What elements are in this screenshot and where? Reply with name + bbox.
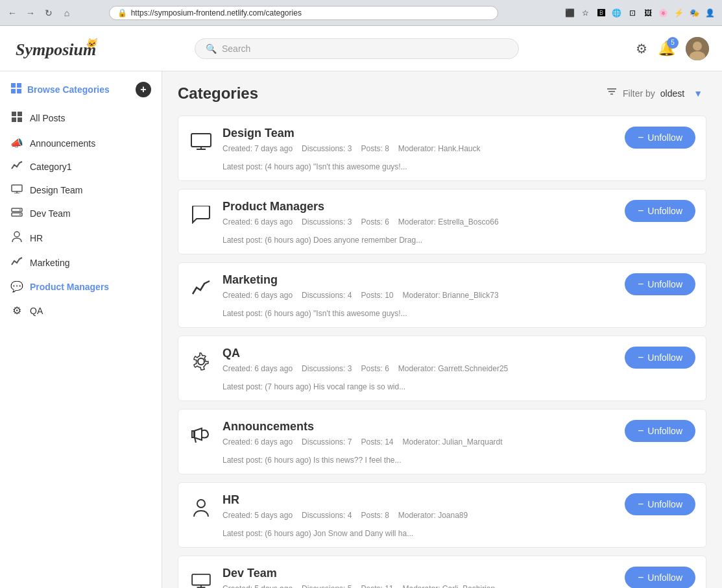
svg-rect-6 (17, 83, 21, 88)
notification-badge: 5 (667, 37, 679, 49)
sidebar-item-category1[interactable]: Category1 (0, 155, 162, 178)
avatar[interactable] (686, 37, 709, 60)
category-action: − Unfollow (625, 347, 695, 369)
settings-icon[interactable]: ⚙ (636, 41, 647, 56)
browser-icon3[interactable]: 🖼 (642, 6, 655, 19)
svg-rect-10 (18, 112, 22, 116)
browser-icon4[interactable]: 🌸 (657, 6, 670, 19)
sidebar-item-hr[interactable]: HR (0, 225, 162, 251)
sidebar-item-label: Product Managers (30, 282, 109, 292)
browser-icon6[interactable]: 🎭 (688, 6, 701, 19)
categories-container: Design Team Created: 7 days ago Discussi… (178, 116, 706, 588)
category-body: Dev Team Created: 5 days ago Discussions… (223, 567, 616, 588)
sidebar-item-all-posts[interactable]: All Posts (0, 105, 162, 131)
all-posts-icon (10, 111, 23, 125)
unfollow-button[interactable]: − Unfollow (625, 420, 695, 442)
category-name: Announcements (223, 420, 616, 434)
dev-team-icon (10, 208, 23, 219)
browser-icon2[interactable]: ⊡ (626, 6, 639, 19)
category-discussions: Discussions: 7 (302, 437, 352, 447)
address-bar[interactable]: 🔒 https://symposium-frontend.netlify.com… (109, 6, 498, 20)
sidebar-item-announcements[interactable]: 📣 Announcements (0, 131, 162, 155)
category-meta: Created: 6 days ago Discussions: 3 Posts… (223, 364, 616, 391)
category-card: QA Created: 6 days ago Discussions: 3 Po… (178, 336, 706, 401)
category-name: Dev Team (223, 567, 616, 580)
product-managers-icon: 💬 (10, 280, 23, 293)
category-meta: Created: 5 days ago Discussions: 5 Posts… (223, 584, 616, 588)
search-icon: 🔍 (206, 43, 217, 54)
category-moderator: Moderator: Joana89 (398, 511, 468, 520)
category-icon (189, 569, 213, 588)
category-created: Created: 5 days ago (223, 511, 293, 520)
filter-label-text: Filter by (623, 88, 655, 99)
minus-icon: − (638, 425, 644, 437)
marketing-icon (10, 257, 23, 269)
logo[interactable]: Symposium 🐱 (13, 34, 130, 63)
sidebar-item-marketing[interactable]: Marketing (0, 251, 162, 275)
sidebar-item-label: Announcements (30, 138, 95, 149)
monitor-icon (11, 184, 23, 193)
category-body: Marketing Created: 6 days ago Discussion… (223, 273, 616, 318)
minus-icon: − (638, 498, 644, 510)
sidebar-title-text: Browse Categories (27, 84, 110, 95)
category-card: Product Managers Created: 6 days ago Dis… (178, 189, 706, 254)
back-button[interactable]: ← (5, 6, 19, 20)
svg-rect-5 (11, 83, 16, 88)
forward-button[interactable]: → (23, 6, 38, 20)
category-discussions: Discussions: 3 (302, 144, 352, 153)
server-icon (11, 208, 23, 217)
category-icon (189, 276, 213, 300)
announcements-icon: 📣 (10, 137, 23, 149)
add-category-button[interactable]: + (136, 82, 151, 97)
unfollow-button[interactable]: − Unfollow (625, 127, 695, 149)
category-icon (189, 496, 213, 521)
unfollow-button[interactable]: − Unfollow (625, 347, 695, 369)
category-meta: Created: 5 days ago Discussions: 4 Posts… (223, 511, 616, 538)
category-action: − Unfollow (625, 200, 695, 222)
bookmark-icon[interactable]: 🅱 (595, 6, 608, 19)
svg-rect-13 (12, 185, 22, 191)
browser-chrome: ← → ↻ ⌂ 🔒 https://symposium-frontend.net… (0, 0, 722, 26)
extensions-icon[interactable]: ⬛ (564, 6, 577, 19)
sidebar: Browse Categories + All Posts 📣 Announce… (0, 71, 162, 588)
unfollow-button[interactable]: − Unfollow (625, 493, 695, 515)
category-body: Announcements Created: 6 days ago Discus… (223, 420, 616, 465)
sidebar-item-dev-team[interactable]: Dev Team (0, 202, 162, 225)
home-button[interactable]: ⌂ (60, 6, 74, 20)
browser-icon1[interactable]: 🌐 (610, 6, 623, 19)
svg-rect-8 (17, 89, 21, 93)
notifications-button[interactable]: 🔔 5 (658, 40, 675, 57)
category-meta: Created: 6 days ago Discussions: 3 Posts… (223, 217, 616, 245)
browser-icon5[interactable]: ⚡ (673, 6, 686, 19)
category-created: Created: 6 days ago (223, 291, 293, 300)
avatar-image (686, 37, 709, 60)
sidebar-item-product-managers[interactable]: 💬 Product Managers (0, 275, 162, 299)
unfollow-button[interactable]: − Unfollow (625, 567, 695, 588)
sidebar-item-qa[interactable]: ⚙ QA (0, 299, 162, 323)
minus-icon: − (638, 205, 644, 217)
sidebar-item-design-team[interactable]: Design Team (0, 178, 162, 202)
design-team-icon (10, 184, 23, 196)
star-icon[interactable]: ☆ (579, 6, 592, 19)
svg-point-27 (198, 358, 204, 365)
svg-rect-31 (192, 574, 210, 585)
category-latest-post: Latest post: (6 hours ago) Jon Snow and … (223, 529, 413, 538)
refresh-button[interactable]: ↻ (42, 6, 56, 20)
category-body: HR Created: 5 days ago Discussions: 4 Po… (223, 493, 616, 538)
category-created: Created: 6 days ago (223, 437, 293, 447)
app-header: Symposium 🐱 🔍 Search ⚙ 🔔 5 (0, 26, 722, 71)
category-card: Announcements Created: 6 days ago Discus… (178, 409, 706, 474)
category-created: Created: 6 days ago (223, 217, 293, 227)
unfollow-button[interactable]: − Unfollow (625, 200, 695, 222)
filter-dropdown-button[interactable]: ▼ (690, 86, 706, 101)
profile-icon[interactable]: 👤 (704, 6, 717, 19)
category-name: Design Team (223, 127, 616, 140)
search-bar[interactable]: 🔍 Search (195, 38, 519, 59)
sidebar-item-label: QA (30, 306, 43, 316)
category-moderator: Moderator: Estrella_Bosco66 (398, 217, 499, 227)
category-created: Created: 7 days ago (223, 144, 293, 153)
unfollow-button[interactable]: − Unfollow (625, 273, 695, 295)
qa-icon: ⚙ (10, 304, 23, 317)
sidebar-item-label: Marketing (30, 258, 69, 268)
browse-icon (10, 82, 22, 94)
